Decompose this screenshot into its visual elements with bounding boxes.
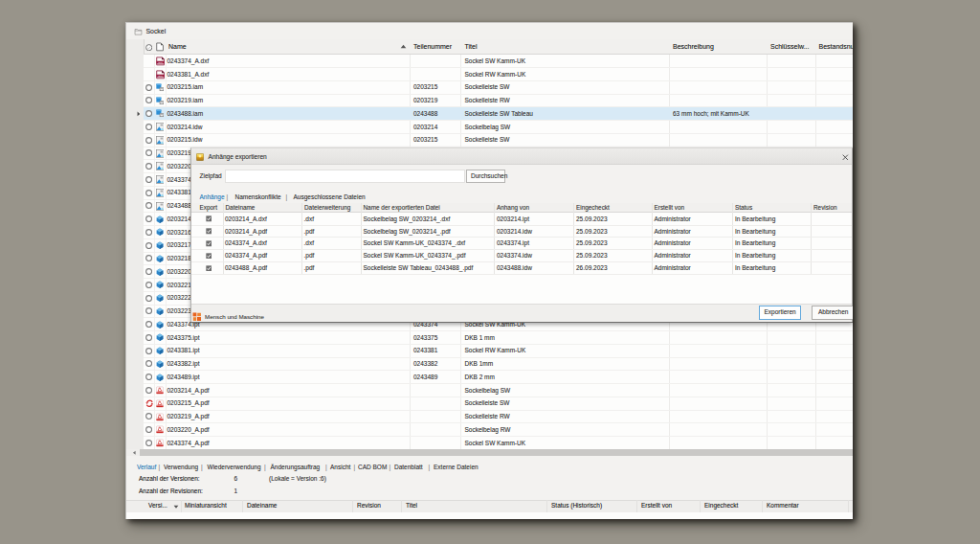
svg-text:DXF: DXF (158, 75, 163, 77)
svg-text:DXF: DXF (158, 61, 163, 63)
